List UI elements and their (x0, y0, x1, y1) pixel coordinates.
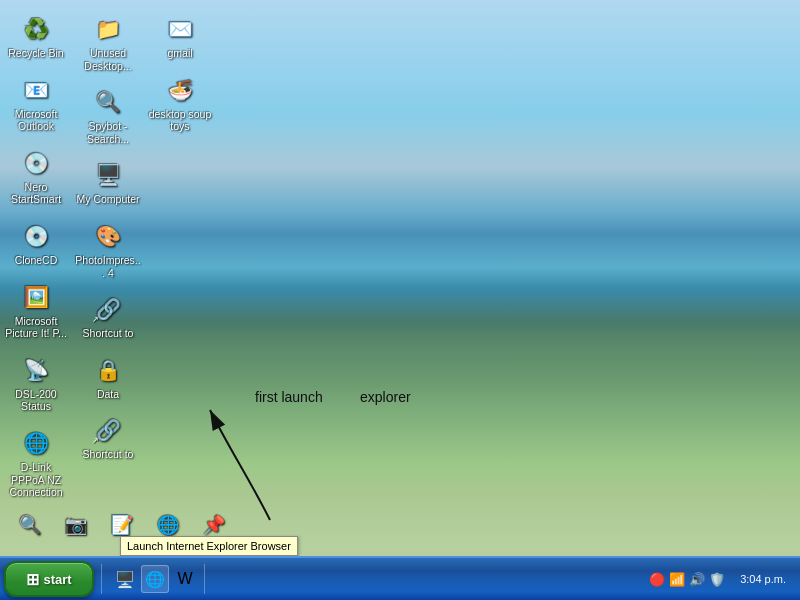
shortcut2-icon[interactable]: 🔗 ↗ Shortcut to (72, 409, 144, 466)
icon-column-3: ✉️ gmail 🍜 desktop soup toys (144, 8, 216, 504)
word-button[interactable]: W (171, 565, 199, 593)
my-computer-icon[interactable]: 🖥️ My Computer (72, 154, 144, 211)
explorer-text: explorer (360, 389, 411, 405)
clonecd-label: CloneCD (15, 254, 58, 267)
outlook-label: Microsoft Outlook (3, 108, 69, 133)
bottom-icon-2[interactable]: 📷 (56, 504, 96, 548)
start-button[interactable]: ⊞ start (4, 561, 94, 597)
dlink-label: D-Link PPPoA NZ Connection (3, 461, 69, 499)
photoimp-img: 🎨 (92, 220, 124, 252)
dsl-img: 📡 (20, 354, 52, 386)
shortcut-arrow: ↗ (92, 315, 102, 325)
microsoft-outlook-icon[interactable]: 📧 Microsoft Outlook (0, 69, 72, 138)
ms-picture-icon[interactable]: 🖼️ Microsoft Picture It! P... (0, 276, 72, 345)
shortcut2-label: Shortcut to (83, 448, 134, 461)
mspicture-img: 🖼️ (20, 281, 52, 313)
clonecd-img: 💿 (20, 220, 52, 252)
quick-launch-bar: 🖥️ 🌐 W (109, 561, 201, 597)
recycle-bin-icon[interactable]: ♻️ Recycle Bin (0, 8, 72, 65)
desktop: ♻️ Recycle Bin 📧 Microsoft Outlook 💿 Ner… (0, 0, 800, 600)
desktop-soup-icon[interactable]: 🍜 desktop soup toys (144, 69, 216, 138)
outlook-img: 📧 (20, 74, 52, 106)
show-desktop-button[interactable]: 🖥️ (111, 565, 139, 593)
mspicture-label: Microsoft Picture It! P... (3, 315, 69, 340)
soup-img: 🍜 (164, 74, 196, 106)
antivirus-icon[interactable]: 🔴 (648, 570, 666, 588)
unused-folder-img: 📁 (92, 13, 124, 45)
first-launch-annotation: first launch (255, 389, 323, 405)
shortcut1-label: Shortcut to (83, 327, 134, 340)
dlink-icon[interactable]: 🌐 D-Link PPPoA NZ Connection (0, 422, 72, 504)
photoimpress-icon[interactable]: 🎨 PhotoImpres... 4 (72, 215, 144, 284)
data-img: 🔒 (92, 354, 124, 386)
bottom-icon-1-img: 🔍 (14, 509, 46, 541)
shortcut2-arrow: ↗ (92, 436, 102, 446)
icon-column-1: ♻️ Recycle Bin 📧 Microsoft Outlook 💿 Ner… (0, 8, 72, 504)
icon-column-2: 📁 Unused Desktop... 🔍 Spybot - Search...… (72, 8, 144, 504)
sound-icon[interactable]: 🔊 (688, 570, 706, 588)
first-launch-text: first launch (255, 389, 323, 405)
network-icon[interactable]: 📶 (668, 570, 686, 588)
clonecd-icon[interactable]: 💿 CloneCD (0, 215, 72, 272)
dsl-icon[interactable]: 📡 DSL-200 Status (0, 349, 72, 418)
clock: 3:04 p.m. (734, 558, 792, 600)
shortcut1-img: 🔗 ↗ (92, 293, 124, 325)
gmail-icon[interactable]: ✉️ gmail (144, 8, 216, 65)
gmail-img: ✉️ (164, 13, 196, 45)
soup-label: desktop soup toys (147, 108, 213, 133)
spybot-img: 🔍 (92, 86, 124, 118)
dlink-img: 🌐 (20, 427, 52, 459)
dsl-label: DSL-200 Status (3, 388, 69, 413)
windows-logo: ⊞ (26, 570, 39, 589)
nero-label: Nero StartSmart (3, 181, 69, 206)
unused-desktop-icon[interactable]: 📁 Unused Desktop... (72, 8, 144, 77)
data-label: Data (97, 388, 119, 401)
recycle-bin-img: ♻️ (20, 13, 52, 45)
taskbar: ⊞ start 🖥️ 🌐 W 🔴 📶 🔊 🛡️ 3:04 p.m. (0, 556, 800, 600)
spybot-label: Spybot - Search... (75, 120, 141, 145)
taskbar-divider-2 (204, 564, 205, 594)
mycomp-img: 🖥️ (92, 159, 124, 191)
security-icon[interactable]: 🛡️ (708, 570, 726, 588)
mycomp-label: My Computer (76, 193, 139, 206)
shortcut1-icon[interactable]: 🔗 ↗ Shortcut to (72, 288, 144, 345)
taskbar-divider-1 (101, 564, 102, 594)
system-tray: 🔴 📶 🔊 🛡️ (644, 558, 730, 600)
ie-tooltip: Launch Internet Explorer Browser (120, 536, 298, 556)
spybot-icon[interactable]: 🔍 Spybot - Search... (72, 81, 144, 150)
clock-time: 3:04 p.m. (740, 573, 786, 585)
gmail-label: gmail (167, 47, 192, 60)
explorer-annotation: explorer (360, 389, 411, 405)
desktop-icons: ♻️ Recycle Bin 📧 Microsoft Outlook 💿 Ner… (0, 8, 216, 504)
photoimp-label: PhotoImpres... 4 (75, 254, 141, 279)
shortcut2-img: 🔗 ↗ (92, 414, 124, 446)
nero-icon[interactable]: 💿 Nero StartSmart (0, 142, 72, 211)
bottom-icon-1[interactable]: 🔍 (10, 504, 50, 548)
start-label: start (43, 572, 71, 587)
nero-img: 💿 (20, 147, 52, 179)
recycle-bin-label: Recycle Bin (8, 47, 63, 60)
ie-browser-button[interactable]: 🌐 (141, 565, 169, 593)
tooltip-text: Launch Internet Explorer Browser (127, 540, 291, 552)
unused-label: Unused Desktop... (75, 47, 141, 72)
data-icon[interactable]: 🔒 Data (72, 349, 144, 406)
bottom-icon-2-img: 📷 (60, 509, 92, 541)
